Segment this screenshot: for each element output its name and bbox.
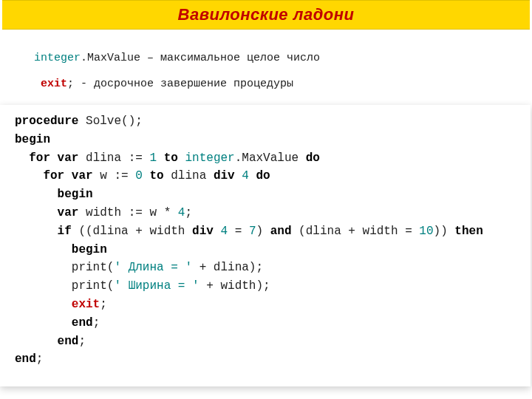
def-integer-text: .MaxValue – максимальное целое число	[81, 52, 320, 64]
def-exit: exit; - досрочное завершение процедуры	[34, 78, 532, 90]
def-exit-keyword: exit	[41, 78, 67, 90]
def-exit-text: - досрочное завершение процедуры	[74, 78, 293, 90]
title-bar: Вавилонские ладони	[2, 0, 530, 30]
code-content: procedure Solve(); begin for var dlina :…	[15, 112, 516, 369]
code-block: procedure Solve(); begin for var dlina :…	[0, 105, 531, 386]
def-integer-keyword: integer	[34, 52, 81, 64]
def-exit-semi: ;	[67, 78, 74, 90]
definitions-block: integer.MaxValue – максимальное целое чи…	[34, 52, 532, 90]
page-title: Вавилонские ладони	[178, 5, 355, 24]
def-integer-maxvalue: integer.MaxValue – максимальное целое чи…	[34, 52, 532, 64]
